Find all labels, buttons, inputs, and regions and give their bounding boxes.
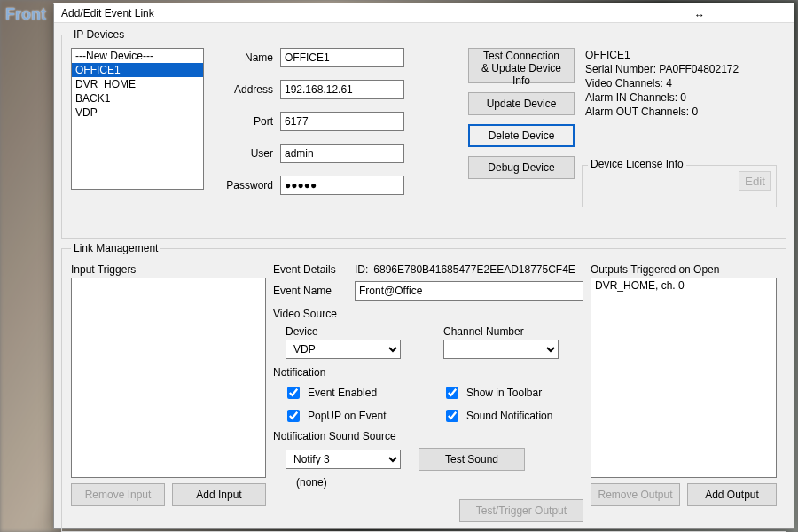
outputs-list[interactable]: DVR_HOME, ch. 0 — [591, 278, 777, 478]
port-input[interactable] — [280, 112, 404, 131]
output-list-item[interactable]: DVR_HOME, ch. 0 — [591, 278, 776, 293]
outputs-label: Outputs Triggered on Open — [591, 263, 777, 276]
address-input[interactable] — [280, 80, 404, 99]
user-input[interactable] — [280, 144, 404, 163]
sound-checkbox[interactable] — [446, 410, 458, 422]
password-label: Password — [211, 179, 273, 192]
show-toolbar-check[interactable]: Show in Toolbar — [442, 384, 583, 402]
vs-channel-label: Channel Number — [443, 325, 583, 338]
event-details-label: Event Details — [273, 263, 349, 276]
device-list-item[interactable]: VDP — [72, 106, 203, 120]
device-list-item[interactable]: BACK1 — [72, 91, 203, 106]
event-link-dialog: Add/Edit Event Link ↔ IP Devices ---New … — [53, 3, 794, 529]
device-form: Name Address Port User — [211, 48, 461, 195]
dialog-titlebar[interactable]: Add/Edit Event Link ↔ — [54, 4, 794, 23]
device-info-line: Video Channels: 4 — [585, 76, 773, 90]
device-info-line: Alarm OUT Channels: 0 — [585, 105, 773, 119]
popup-checkbox[interactable] — [287, 410, 300, 422]
name-label: Name — [211, 51, 273, 64]
test-connection-button[interactable]: Test Connection & Update Device Info — [468, 48, 575, 83]
address-label: Address — [211, 83, 273, 96]
device-info-col: OFFICE1 Serial Number: PA0FF04802172Vide… — [582, 48, 777, 207]
event-enabled-check[interactable]: Event Enabled — [284, 384, 425, 402]
device-list-item[interactable]: ---New Device--- — [72, 49, 203, 63]
edit-license-button[interactable]: Edit — [739, 171, 771, 191]
notification-label: Notification — [273, 366, 583, 379]
vs-device-select[interactable]: VDP — [286, 340, 401, 359]
name-input[interactable] — [280, 48, 404, 67]
notif-sound-select[interactable]: Notify 3 — [286, 450, 401, 469]
update-device-button[interactable]: Update Device — [468, 92, 575, 115]
device-info-title: OFFICE1 — [585, 48, 773, 62]
ip-devices-group: IP Devices ---New Device---OFFICE1DVR_HO… — [61, 28, 786, 239]
outputs-col: Outputs Triggered on Open DVR_HOME, ch. … — [591, 263, 777, 522]
add-input-button[interactable]: Add Input — [172, 483, 266, 506]
add-output-button[interactable]: Add Output — [687, 483, 777, 506]
ip-devices-legend: IP Devices — [71, 28, 127, 41]
link-management-legend: Link Management — [71, 242, 160, 254]
device-info-line: Alarm IN Channels: 0 — [585, 90, 773, 105]
device-license-legend: Device License Info — [588, 158, 686, 170]
event-enabled-checkbox[interactable] — [287, 387, 300, 399]
delete-device-button[interactable]: Delete Device — [468, 124, 575, 147]
background-tab-label: Front — [5, 5, 46, 24]
device-list[interactable]: ---New Device---OFFICE1DVR_HOMEBACK1VDP — [71, 48, 204, 190]
port-label: Port — [211, 115, 273, 128]
device-info-lines: Serial Number: PA0FF04802172Video Channe… — [585, 62, 773, 119]
user-label: User — [211, 147, 273, 160]
sound-check[interactable]: Sound Notification — [442, 407, 583, 425]
debug-device-button[interactable]: Debug Device — [468, 156, 575, 179]
device-license-group: Device License Info Edit — [582, 165, 777, 207]
event-id: 6896E780B41685477E2EEAD18775CF4E — [373, 263, 575, 276]
vs-channel-select[interactable] — [443, 340, 559, 359]
event-details-col: Event Details ID: 6896E780B41685477E2EEA… — [273, 263, 583, 522]
vs-device-label: Device — [286, 325, 426, 338]
event-name-label: Event Name — [273, 285, 349, 297]
input-triggers-list[interactable] — [71, 278, 266, 478]
resize-horizontal-icon[interactable]: ↔ — [694, 5, 705, 25]
input-triggers-col: Input Triggers Remove Input Add Input — [71, 263, 266, 522]
test-sound-button[interactable]: Test Sound — [419, 448, 525, 471]
event-name-input[interactable] — [355, 281, 583, 301]
link-management-group: Link Management Input Triggers Remove In… — [61, 242, 786, 532]
video-source-label: Video Source — [273, 308, 583, 320]
popup-check[interactable]: PopUP on Event — [284, 407, 425, 425]
remove-output-button[interactable]: Remove Output — [591, 483, 680, 506]
event-id-label: ID: — [355, 263, 368, 276]
device-list-item[interactable]: OFFICE1 — [72, 63, 203, 77]
remove-input-button[interactable]: Remove Input — [71, 483, 165, 506]
device-list-item[interactable]: DVR_HOME — [72, 77, 203, 91]
show-toolbar-checkbox[interactable] — [446, 387, 458, 399]
device-info-line: Serial Number: PA0FF04802172 — [585, 62, 773, 76]
test-trigger-output-button[interactable]: Test/Trigger Output — [459, 499, 583, 522]
device-actions: Test Connection & Update Device Info Upd… — [468, 48, 575, 179]
password-input[interactable] — [280, 176, 404, 195]
notif-sound-source-label: Notification Sound Source — [273, 430, 583, 442]
notif-none-label: (none) — [296, 476, 583, 489]
input-triggers-label: Input Triggers — [71, 263, 266, 276]
dialog-title: Add/Edit Event Link — [61, 7, 154, 20]
